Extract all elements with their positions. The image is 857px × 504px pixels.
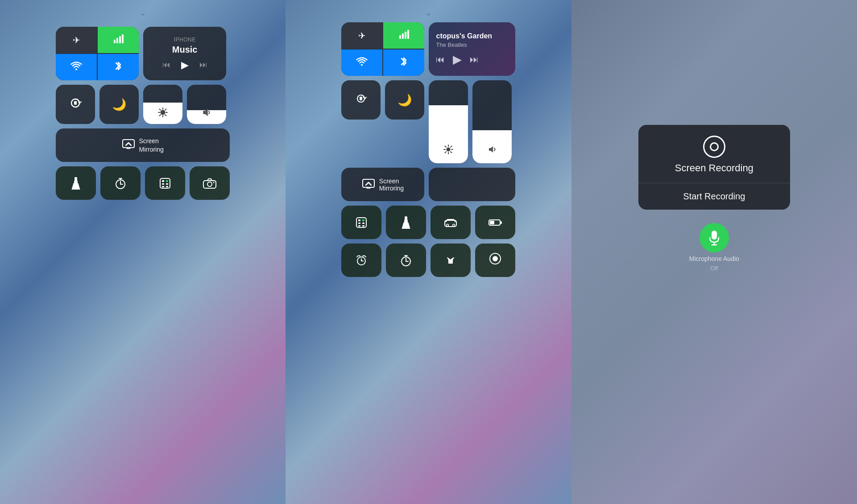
cellular-button-2[interactable] xyxy=(383,22,424,49)
svg-line-50 xyxy=(451,146,452,147)
svg-rect-19 xyxy=(74,181,78,184)
svg-rect-3 xyxy=(122,34,124,43)
svg-rect-17 xyxy=(123,140,134,148)
timer-tile-1[interactable] xyxy=(100,166,141,200)
camera-tile-1[interactable] xyxy=(190,166,230,200)
svg-marker-61 xyxy=(402,223,410,229)
volume-icon-2 xyxy=(487,145,497,157)
volume-icon-1 xyxy=(202,107,211,120)
play-button-2[interactable]: ▶ xyxy=(453,53,462,66)
svg-rect-81 xyxy=(712,231,717,240)
music-title-label: Music xyxy=(172,45,198,55)
alarm-tile[interactable] xyxy=(341,244,381,277)
microphone-section: Microphone Audio Off xyxy=(689,223,739,272)
svg-rect-68 xyxy=(490,221,494,224)
airplane-icon-2: ✈ xyxy=(358,30,366,41)
do-not-disturb-tile-2[interactable]: 🌙 xyxy=(385,80,424,120)
bluetooth-button-2[interactable] xyxy=(383,50,424,76)
svg-point-66 xyxy=(453,224,455,226)
svg-point-80 xyxy=(493,256,498,261)
svg-rect-54 xyxy=(356,218,366,227)
timer-tile-2[interactable] xyxy=(386,244,426,277)
wifi-button[interactable] xyxy=(56,54,97,80)
calculator-tile-1[interactable] xyxy=(145,166,185,200)
bluetooth-icon-2 xyxy=(400,56,408,70)
record-icon-2 xyxy=(489,252,501,268)
next-button-2[interactable]: ⏭ xyxy=(470,54,479,65)
battery-tile[interactable] xyxy=(475,206,515,239)
song-controls: ⏮ ▶ ⏭ xyxy=(436,53,508,66)
panel1-chevron[interactable]: ⌄ xyxy=(139,8,147,17)
rotation-lock-tile-1[interactable] xyxy=(56,85,95,124)
svg-rect-28 xyxy=(166,180,168,182)
screen-mirror-icon-1 xyxy=(122,139,135,152)
next-button-1[interactable]: ⏭ xyxy=(199,60,207,70)
panel2-middle-row: 🌙 xyxy=(341,80,515,163)
svg-line-48 xyxy=(445,146,446,147)
panel2-chevron[interactable]: ⌄ xyxy=(425,8,432,17)
panel1-middle-row: 🌙 xyxy=(56,85,230,124)
brightness-icon-2 xyxy=(443,145,453,157)
svg-rect-69 xyxy=(501,221,502,224)
svg-point-43 xyxy=(447,148,451,152)
svg-rect-20 xyxy=(75,177,77,181)
volume-tile-1[interactable] xyxy=(187,85,226,124)
airplane-mode-button-2[interactable]: ✈ xyxy=(341,22,382,49)
music-source-label: IPHONE xyxy=(174,37,196,43)
record-tile-2[interactable] xyxy=(475,244,515,277)
do-not-disturb-tile-1[interactable]: 🌙 xyxy=(99,85,139,124)
screen-mirroring-tile-2[interactable]: Screen Mirroring xyxy=(341,168,424,201)
bluetooth-icon xyxy=(114,60,122,74)
start-recording-button[interactable]: Start Recording xyxy=(638,183,790,210)
calculator-tile-2[interactable] xyxy=(341,206,381,239)
airplane-mode-button[interactable]: ✈ xyxy=(56,27,97,53)
brightness-tile-2[interactable] xyxy=(429,80,468,163)
wifi-button-2[interactable] xyxy=(341,50,382,76)
flashlight-tile-1[interactable] xyxy=(56,166,96,200)
panel2-control-center: ✈ xyxy=(341,22,515,277)
volume-tile-2[interactable] xyxy=(472,80,512,163)
screen-mirroring-line2: Mirroring xyxy=(139,145,164,153)
svg-point-7 xyxy=(161,111,165,115)
screen-mirroring-tile-1[interactable]: Screen Mirroring xyxy=(56,128,230,162)
prev-button-1[interactable]: ⏮ xyxy=(162,60,170,70)
svg-rect-36 xyxy=(399,35,401,39)
svg-line-14 xyxy=(165,109,166,110)
carplay-tile[interactable] xyxy=(431,206,471,239)
rotation-lock-icon-2 xyxy=(355,92,367,108)
screen-recording-title: Screen Recording xyxy=(675,162,753,174)
panel1-control-center: ✈ xyxy=(56,27,230,200)
screen-mirroring-label-2: Screen Mirroring xyxy=(379,178,404,192)
appletv-tile[interactable]: tv xyxy=(431,244,471,277)
bluetooth-button[interactable] xyxy=(98,54,139,80)
screen-mirroring-label-1: Screen Mirroring xyxy=(139,137,164,153)
svg-rect-39 xyxy=(407,30,409,39)
brightness-tile-1[interactable] xyxy=(143,85,182,124)
microphone-button[interactable] xyxy=(700,223,729,252)
svg-rect-26 xyxy=(160,178,170,188)
microphone-status: Off xyxy=(710,265,718,272)
svg-rect-60 xyxy=(362,225,364,227)
svg-marker-52 xyxy=(489,146,493,153)
svg-line-12 xyxy=(160,109,161,110)
svg-marker-18 xyxy=(72,183,80,190)
rotation-lock-tile-2[interactable] xyxy=(341,80,381,120)
play-button-1[interactable]: ▶ xyxy=(181,59,189,71)
svg-rect-56 xyxy=(362,219,364,221)
song-info-panel[interactable]: ctopus's Garden The Beatles ⏮ ▶ ⏭ xyxy=(429,22,515,76)
svg-rect-63 xyxy=(405,216,407,220)
airplane-icon: ✈ xyxy=(73,35,80,45)
svg-rect-53 xyxy=(363,179,374,187)
microphone-label: Microphone Audio xyxy=(689,255,739,262)
rotation-lock-icon xyxy=(69,96,82,113)
svg-rect-32 xyxy=(166,186,168,187)
moon-icon-1: 🌙 xyxy=(112,98,126,112)
panel-1: ⌄ ✈ xyxy=(0,0,286,504)
cellular-button[interactable] xyxy=(98,27,139,53)
prev-button-2[interactable]: ⏮ xyxy=(436,54,445,65)
flashlight-tile-2[interactable] xyxy=(386,206,426,239)
music-tile-1[interactable]: IPHONE Music ⏮ ▶ ⏭ xyxy=(143,27,226,80)
svg-point-34 xyxy=(207,182,212,186)
panel1-bottom-row xyxy=(56,166,230,200)
svg-point-4 xyxy=(75,69,77,70)
